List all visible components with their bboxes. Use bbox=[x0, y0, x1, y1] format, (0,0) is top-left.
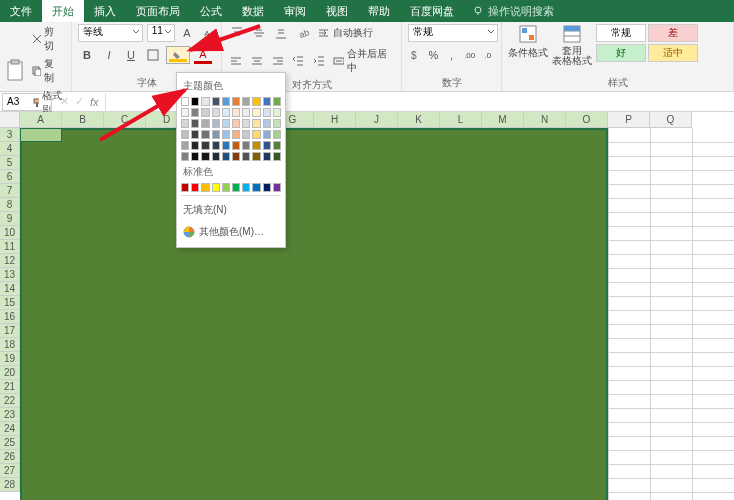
col-header-A[interactable]: A bbox=[20, 112, 62, 128]
color-swatch[interactable] bbox=[263, 152, 271, 161]
col-header-C[interactable]: C bbox=[104, 112, 146, 128]
color-swatch[interactable] bbox=[232, 119, 240, 128]
color-swatch[interactable] bbox=[232, 108, 240, 117]
table-format-button[interactable]: 套用 表格格式 bbox=[552, 24, 592, 66]
col-header-M[interactable]: M bbox=[482, 112, 524, 128]
color-swatch[interactable] bbox=[252, 141, 260, 150]
orientation-button[interactable]: ab bbox=[294, 24, 312, 42]
color-swatch[interactable] bbox=[191, 119, 199, 128]
color-swatch[interactable] bbox=[191, 183, 199, 192]
row-header-10[interactable]: 10 bbox=[0, 226, 20, 240]
row-header-23[interactable]: 23 bbox=[0, 408, 20, 422]
col-header-Q[interactable]: Q bbox=[650, 112, 692, 128]
row-header-14[interactable]: 14 bbox=[0, 282, 20, 296]
row-header-12[interactable]: 12 bbox=[0, 254, 20, 268]
color-swatch[interactable] bbox=[191, 108, 199, 117]
row-header-5[interactable]: 5 bbox=[0, 156, 20, 170]
color-swatch[interactable] bbox=[201, 130, 209, 139]
color-swatch[interactable] bbox=[242, 152, 250, 161]
row-header-7[interactable]: 7 bbox=[0, 184, 20, 198]
underline-button[interactable]: U bbox=[122, 46, 140, 64]
align-left-button[interactable] bbox=[228, 52, 245, 70]
color-swatch[interactable] bbox=[252, 130, 260, 139]
color-swatch[interactable] bbox=[181, 152, 189, 161]
color-swatch[interactable] bbox=[181, 141, 189, 150]
italic-button[interactable]: I bbox=[100, 46, 118, 64]
copy-button[interactable]: 复制 bbox=[30, 56, 65, 86]
font-name-select[interactable]: 等线 bbox=[78, 24, 143, 42]
font-size-select[interactable]: 11 bbox=[147, 24, 175, 42]
fill-color-button[interactable] bbox=[166, 46, 190, 64]
bold-button[interactable]: B bbox=[78, 46, 96, 64]
color-swatch[interactable] bbox=[201, 152, 209, 161]
color-swatch[interactable] bbox=[263, 97, 271, 106]
color-swatch[interactable] bbox=[252, 97, 260, 106]
number-format-select[interactable]: 常规 bbox=[408, 24, 498, 42]
row-header-4[interactable]: 4 bbox=[0, 142, 20, 156]
color-swatch[interactable] bbox=[212, 108, 220, 117]
color-swatch[interactable] bbox=[263, 108, 271, 117]
row-header-28[interactable]: 28 bbox=[0, 478, 20, 492]
col-header-J[interactable]: J bbox=[356, 112, 398, 128]
color-swatch[interactable] bbox=[201, 183, 209, 192]
decrease-indent-button[interactable] bbox=[290, 52, 307, 70]
col-header-K[interactable]: K bbox=[398, 112, 440, 128]
color-swatch[interactable] bbox=[212, 130, 220, 139]
cut-button[interactable]: 剪切 bbox=[30, 24, 65, 54]
name-box[interactable]: A3 bbox=[2, 93, 52, 111]
color-swatch[interactable] bbox=[232, 141, 240, 150]
decrease-decimal-button[interactable]: .0 bbox=[481, 46, 495, 64]
cell-style-good[interactable]: 好 bbox=[596, 44, 646, 62]
conditional-format-button[interactable]: 条件格式 bbox=[508, 24, 548, 60]
color-swatch[interactable] bbox=[191, 141, 199, 150]
increase-indent-button[interactable] bbox=[310, 52, 327, 70]
color-swatch[interactable] bbox=[222, 183, 230, 192]
col-header-B[interactable]: B bbox=[62, 112, 104, 128]
color-swatch[interactable] bbox=[273, 108, 281, 117]
cell-style-bad[interactable]: 差 bbox=[648, 24, 698, 42]
color-swatch[interactable] bbox=[201, 119, 209, 128]
cell-style-normal[interactable]: 常规 bbox=[596, 24, 646, 42]
col-header-H[interactable]: H bbox=[314, 112, 356, 128]
color-swatch[interactable] bbox=[222, 152, 230, 161]
row-header-9[interactable]: 9 bbox=[0, 212, 20, 226]
color-swatch[interactable] bbox=[273, 141, 281, 150]
tab-data[interactable]: 数据 bbox=[232, 0, 274, 22]
color-swatch[interactable] bbox=[273, 119, 281, 128]
color-swatch[interactable] bbox=[273, 130, 281, 139]
row-header-27[interactable]: 27 bbox=[0, 464, 20, 478]
color-swatch[interactable] bbox=[181, 183, 189, 192]
color-swatch[interactable] bbox=[222, 130, 230, 139]
color-swatch[interactable] bbox=[232, 152, 240, 161]
more-colors-item[interactable]: 其他颜色(M)… bbox=[181, 221, 281, 243]
tab-home[interactable]: 开始 bbox=[42, 0, 84, 22]
color-swatch[interactable] bbox=[273, 97, 281, 106]
row-header-17[interactable]: 17 bbox=[0, 324, 20, 338]
row-header-22[interactable]: 22 bbox=[0, 394, 20, 408]
color-swatch[interactable] bbox=[222, 108, 230, 117]
color-swatch[interactable] bbox=[242, 119, 250, 128]
color-swatch[interactable] bbox=[242, 183, 250, 192]
row-header-24[interactable]: 24 bbox=[0, 422, 20, 436]
color-swatch[interactable] bbox=[191, 97, 199, 106]
tab-insert[interactable]: 插入 bbox=[84, 0, 126, 22]
color-swatch[interactable] bbox=[222, 97, 230, 106]
row-header-21[interactable]: 21 bbox=[0, 380, 20, 394]
color-swatch[interactable] bbox=[201, 97, 209, 106]
color-swatch[interactable] bbox=[242, 141, 250, 150]
row-header-6[interactable]: 6 bbox=[0, 170, 20, 184]
increase-decimal-button[interactable]: .00 bbox=[463, 46, 477, 64]
percent-format-button[interactable]: % bbox=[426, 46, 440, 64]
row-header-26[interactable]: 26 bbox=[0, 450, 20, 464]
select-all-corner[interactable] bbox=[0, 112, 20, 128]
row-header-15[interactable]: 15 bbox=[0, 296, 20, 310]
color-swatch[interactable] bbox=[263, 130, 271, 139]
color-swatch[interactable] bbox=[212, 141, 220, 150]
color-swatch[interactable] bbox=[252, 183, 260, 192]
row-header-3[interactable]: 3 bbox=[0, 128, 20, 142]
color-swatch[interactable] bbox=[222, 141, 230, 150]
file-tab[interactable]: 文件 bbox=[0, 0, 42, 22]
color-swatch[interactable] bbox=[232, 130, 240, 139]
confirm-formula-icon[interactable]: ✓ bbox=[75, 95, 84, 108]
color-swatch[interactable] bbox=[263, 141, 271, 150]
